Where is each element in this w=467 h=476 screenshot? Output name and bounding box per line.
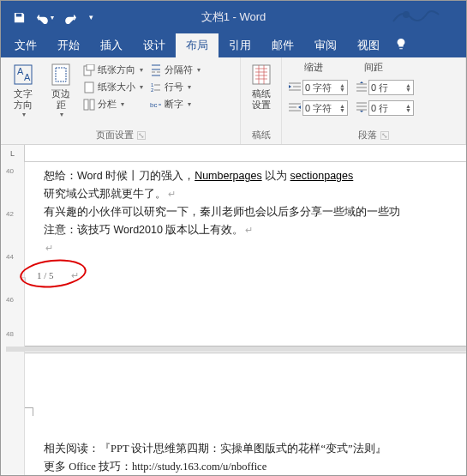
- manuscript-button[interactable]: 稿纸 设置: [246, 61, 277, 127]
- spacing-before-input[interactable]: 0 行▲▼: [368, 80, 414, 95]
- page-setup-stack-1: 纸张方向▾ 纸张大小▾ 分栏▾: [81, 61, 145, 127]
- paragraph-launcher[interactable]: ⤡: [380, 131, 389, 140]
- text-direction-button[interactable]: AA 文字方向 ▾: [6, 61, 40, 127]
- tab-layout[interactable]: 布局: [176, 33, 219, 57]
- page-gap: [6, 346, 466, 352]
- svg-rect-14: [253, 65, 270, 84]
- tab-file[interactable]: 文件: [4, 33, 47, 57]
- doc-line-1: 恕给：Word 时候丨刀的强入，Numberpages 以为 sectionpa…: [44, 167, 454, 185]
- doc-line-2: 研究域公式那就更牛了。↵: [44, 185, 454, 203]
- spacing-after-icon: [356, 102, 367, 114]
- tab-view[interactable]: 视图: [347, 33, 390, 57]
- hyphenation-button[interactable]: bc断字▾: [148, 97, 202, 111]
- indent-right-input[interactable]: 0 字符▲▼: [302, 100, 348, 116]
- doc-line-empty: ↵: [44, 239, 454, 257]
- horizontal-ruler-area: L 2 4 6 8 10 12 14 16 18 20 22: [1, 145, 466, 162]
- title-bar: ▾ ▾ 文档1 - Word: [1, 1, 466, 33]
- vertical-ruler[interactable]: 40 42 44 46 48: [1, 162, 25, 476]
- doc-bottom-1: 相关阅读：『PPT 设计思维第四期：实操单图版式的花样“变式”法则』: [44, 440, 386, 458]
- columns-button[interactable]: 分栏▾: [81, 97, 145, 111]
- tab-home[interactable]: 开始: [47, 33, 90, 57]
- size-button[interactable]: 纸张大小▾: [81, 80, 145, 94]
- tab-references[interactable]: 引用: [219, 33, 261, 57]
- svg-rect-9: [84, 99, 88, 110]
- tab-review[interactable]: 审阅: [304, 33, 347, 57]
- group-label-page-setup: 页面设置⤡: [1, 127, 240, 144]
- group-manuscript: 稿纸 设置 稿纸: [241, 57, 282, 144]
- svg-text:2: 2: [151, 87, 154, 93]
- group-label-manuscript: 稿纸: [241, 127, 281, 144]
- svg-text:A: A: [17, 66, 24, 76]
- indent-right-icon: [289, 102, 301, 114]
- tab-selector[interactable]: L: [1, 145, 25, 162]
- indent-header: 缩进: [304, 61, 323, 74]
- indent-left-input[interactable]: 0 字符▲▼: [302, 80, 348, 95]
- svg-point-0: [403, 11, 410, 18]
- breaks-button[interactable]: 分隔符▾: [148, 63, 202, 77]
- spacing-after-input[interactable]: 0 行▲▼: [368, 100, 414, 116]
- page-setup-stack-2: 分隔符▾ 12行号▾ bc断字▾: [148, 61, 202, 127]
- group-page-setup: AA 文字方向 ▾ 页边距 ▾ 纸张方向▾ 纸张大小▾ 分栏▾ 分隔符▾ 12行…: [1, 57, 241, 144]
- margins-button[interactable]: 页边距 ▾: [44, 61, 78, 127]
- tab-insert[interactable]: 插入: [90, 33, 133, 57]
- spacing-header: 间距: [364, 61, 383, 74]
- tab-design[interactable]: 设计: [133, 33, 176, 57]
- margin-corner-icon: [25, 407, 33, 416]
- doc-bottom-2: 更多 Office 技巧：http://study.163.com/u/nbof…: [44, 458, 266, 476]
- group-label-paragraph: 段落⤡: [282, 127, 465, 144]
- quick-access-toolbar: ▾ ▾: [1, 8, 95, 27]
- group-paragraph: 缩进 间距 0 字符▲▼ 0 行▲▼ 0 字符▲▼ 0 行▲▼ 段落⤡: [282, 57, 466, 144]
- svg-text:bc: bc: [150, 101, 157, 109]
- svg-rect-7: [87, 64, 94, 70]
- qat-customize-button[interactable]: ▾: [87, 8, 95, 27]
- doc-line-4: 注意：该技巧 Word2010 版本以上有效。↵: [44, 221, 454, 239]
- undo-button[interactable]: ▾: [35, 8, 54, 27]
- redo-button[interactable]: [61, 8, 80, 27]
- window-title: 文档1 - Word: [201, 9, 266, 25]
- title-decoration: [389, 4, 440, 30]
- annotation-circle: [19, 256, 88, 291]
- line-numbers-button[interactable]: 12行号▾: [148, 80, 202, 94]
- ribbon-tabs: 文件 开始 插入 设计 布局 引用 邮件 审阅 视图: [1, 33, 466, 57]
- page-setup-launcher[interactable]: ⤡: [137, 131, 146, 140]
- svg-rect-10: [90, 99, 94, 110]
- document-page[interactable]: 恕给：Word 时候丨刀的强入，Numberpages 以为 sectionpa…: [25, 162, 466, 476]
- doc-line-3: 有兴趣的小伙伴可以研究一下，秦川老师也会以后多分享一些域的一些功: [44, 203, 454, 221]
- ribbon: AA 文字方向 ▾ 页边距 ▾ 纸张方向▾ 纸张大小▾ 分栏▾ 分隔符▾ 12行…: [1, 57, 466, 145]
- save-button[interactable]: [9, 8, 28, 27]
- indent-left-icon: [289, 81, 301, 93]
- tab-mailings[interactable]: 邮件: [261, 33, 304, 57]
- spacing-before-icon: [356, 81, 367, 93]
- tell-me-button[interactable]: [390, 33, 412, 57]
- svg-rect-8: [85, 82, 93, 93]
- svg-text:A: A: [24, 72, 31, 82]
- document-workspace: 40 42 44 46 48 恕给：Word 时候丨刀的强入，Numberpag…: [1, 162, 466, 476]
- orientation-button[interactable]: 纸张方向▾: [81, 63, 145, 77]
